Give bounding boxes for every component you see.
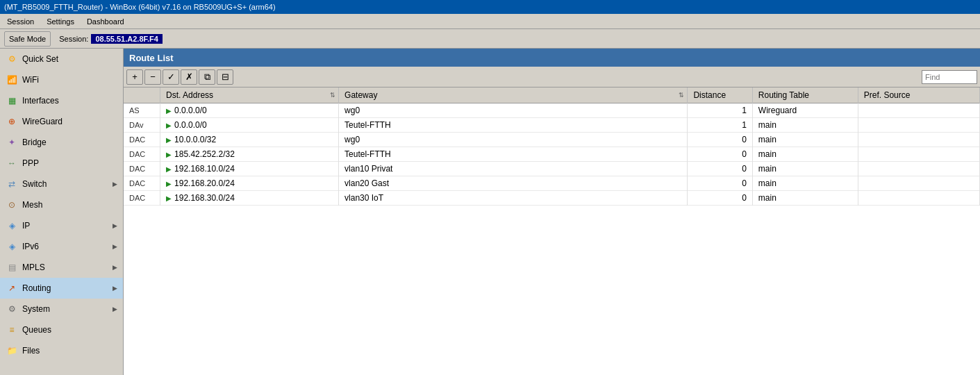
route-dst: ▶192.168.10.0/24: [160, 162, 339, 176]
table-row[interactable]: DAC▶192.168.20.0/24vlan20 Gast0main: [124, 176, 980, 191]
sidebar-label-interfaces: Interfaces: [22, 96, 117, 106]
sidebar-item-queues[interactable]: ≡Queues: [0, 319, 123, 340]
routing-arrow-icon: ▶: [113, 285, 117, 292]
menu-settings[interactable]: Settings: [42, 16, 78, 27]
clear-route-button[interactable]: ✗: [181, 69, 197, 85]
route-gateway: Teutel-FTTH: [339, 118, 688, 133]
route-pref-source: [858, 162, 979, 176]
col-header-dst[interactable]: Dst. Address ⇅: [160, 88, 339, 103]
mpls-arrow-icon: ▶: [113, 264, 117, 271]
route-dst: ▶192.168.30.0/24: [160, 191, 339, 206]
sidebar-item-mesh[interactable]: ⊙Mesh: [0, 194, 123, 215]
route-distance: 1: [688, 103, 752, 118]
route-routing-table: main: [752, 133, 858, 147]
files-icon: 📁: [6, 344, 18, 357]
safe-mode-button[interactable]: Safe Mode: [4, 31, 51, 47]
interfaces-icon: ▦: [6, 94, 18, 107]
sidebar-item-bridge[interactable]: ✦Bridge: [0, 132, 123, 153]
sidebar-item-system[interactable]: ⚙System▶: [0, 299, 123, 319]
route-pref-source: [858, 118, 979, 133]
route-routing-table: main: [752, 191, 858, 206]
sidebar-label-system: System: [22, 304, 108, 314]
route-arrow-icon: ▶: [166, 122, 172, 129]
ipv6-arrow-icon: ▶: [113, 243, 117, 250]
col-header-distance[interactable]: Distance: [688, 88, 752, 103]
route-gateway: vlan30 IoT: [339, 191, 688, 206]
title-bar: (MT_RB5009_FTTH_Router) - WinBox (64bit)…: [0, 0, 980, 14]
sidebar: ⚙Quick Set📶WiFi▦Interfaces⊕WireGuard✦Bri…: [0, 49, 124, 375]
col-header-gateway[interactable]: Gateway ⇅: [339, 88, 688, 103]
remove-route-button[interactable]: −: [144, 69, 161, 85]
route-pref-source: [858, 147, 979, 162]
route-arrow-icon: ▶: [166, 194, 172, 202]
sidebar-label-mesh: Mesh: [22, 200, 117, 210]
route-pref-source: [858, 133, 979, 147]
sidebar-label-mpls: MPLS: [22, 262, 108, 272]
sidebar-label-bridge: Bridge: [22, 138, 117, 147]
ip-arrow-icon: ▶: [113, 222, 117, 229]
route-arrow-icon: ▶: [166, 136, 172, 144]
sidebar-item-mpls[interactable]: ▤MPLS▶: [0, 257, 123, 278]
main-toolbar: Safe Mode Session: 08.55.51.A2.8F.F4: [0, 29, 980, 49]
route-gateway: vlan10 Privat: [339, 162, 688, 176]
route-arrow-icon: ▶: [166, 151, 172, 158]
route-distance: 1: [688, 118, 752, 133]
route-toolbar: + − ✓ ✗ ⧉ ⊟: [124, 67, 980, 88]
filter-route-button[interactable]: ⊟: [217, 69, 233, 85]
sidebar-label-wireguard: WireGuard: [22, 117, 117, 126]
route-routing-table: main: [752, 176, 858, 191]
add-route-button[interactable]: +: [126, 69, 143, 85]
copy-route-button[interactable]: ⧉: [199, 69, 215, 85]
table-row[interactable]: DAC▶10.0.0.0/32wg00main: [124, 133, 980, 147]
menu-session[interactable]: Session: [3, 16, 38, 27]
sidebar-item-interfaces[interactable]: ▦Interfaces: [0, 90, 123, 111]
route-pref-source: [858, 191, 979, 206]
col-header-type[interactable]: [124, 88, 160, 103]
route-type: DAC: [124, 133, 160, 147]
sidebar-item-wifi[interactable]: 📶WiFi: [0, 69, 123, 90]
route-gateway: Teutel-FTTH: [339, 147, 688, 162]
ip-icon: ◈: [6, 219, 18, 232]
table-row[interactable]: DAC▶192.168.30.0/24vlan30 IoT0main: [124, 191, 980, 206]
session-value: 08.55.51.A2.8F.F4: [91, 34, 163, 44]
route-dst: ▶0.0.0.0/0: [160, 103, 339, 118]
queues-icon: ≡: [6, 324, 18, 336]
menu-dashboard[interactable]: Dashboard: [83, 16, 128, 27]
route-type: DAC: [124, 147, 160, 162]
content-area: Route List + − ✓ ✗ ⧉ ⊟ Dst. Address ⇅: [124, 49, 980, 375]
route-table: Dst. Address ⇅ Gateway ⇅ Distance Routin…: [124, 88, 980, 206]
table-row[interactable]: DAC▶192.168.10.0/24vlan10 Privat0main: [124, 162, 980, 176]
sidebar-item-switch[interactable]: ⇄Switch▶: [0, 174, 123, 194]
route-dst: ▶185.42.252.2/32: [160, 147, 339, 162]
table-row[interactable]: DAv▶0.0.0.0/0Teutel-FTTH1main: [124, 118, 980, 133]
route-type: DAv: [124, 118, 160, 133]
route-dst: ▶10.0.0.0/32: [160, 133, 339, 147]
check-route-button[interactable]: ✓: [163, 69, 179, 85]
col-header-routing-table[interactable]: Routing Table: [752, 88, 858, 103]
sidebar-item-files[interactable]: 📁Files: [0, 340, 123, 361]
sidebar-item-quick-set[interactable]: ⚙Quick Set: [0, 49, 123, 69]
sidebar-label-files: Files: [22, 346, 117, 356]
sidebar-item-ipv6[interactable]: ◈IPv6▶: [0, 236, 123, 257]
sidebar-item-wireguard[interactable]: ⊕WireGuard: [0, 111, 123, 132]
route-distance: 0: [688, 133, 752, 147]
switch-arrow-icon: ▶: [113, 181, 117, 188]
route-type: DAC: [124, 162, 160, 176]
sidebar-label-routing: Routing: [22, 283, 108, 293]
sidebar-item-routing[interactable]: ↗Routing▶: [0, 278, 123, 299]
switch-icon: ⇄: [6, 178, 18, 190]
routing-icon: ↗: [6, 282, 18, 294]
col-header-pref-source[interactable]: Pref. Source: [858, 88, 979, 103]
mpls-icon: ▤: [6, 261, 18, 274]
route-arrow-icon: ▶: [166, 165, 172, 173]
sidebar-item-ppp[interactable]: ↔PPP: [0, 153, 123, 174]
ipv6-icon: ◈: [6, 240, 18, 253]
route-arrow-icon: ▶: [166, 180, 172, 188]
find-input[interactable]: [922, 70, 977, 84]
route-routing-table: main: [752, 162, 858, 176]
table-row[interactable]: DAC▶185.42.252.2/32Teutel-FTTH0main: [124, 147, 980, 162]
sidebar-label-switch: Switch: [22, 179, 108, 189]
system-icon: ⚙: [6, 303, 18, 315]
sidebar-item-ip[interactable]: ◈IP▶: [0, 215, 123, 236]
table-row[interactable]: AS▶0.0.0.0/0wg01Wireguard: [124, 103, 980, 118]
